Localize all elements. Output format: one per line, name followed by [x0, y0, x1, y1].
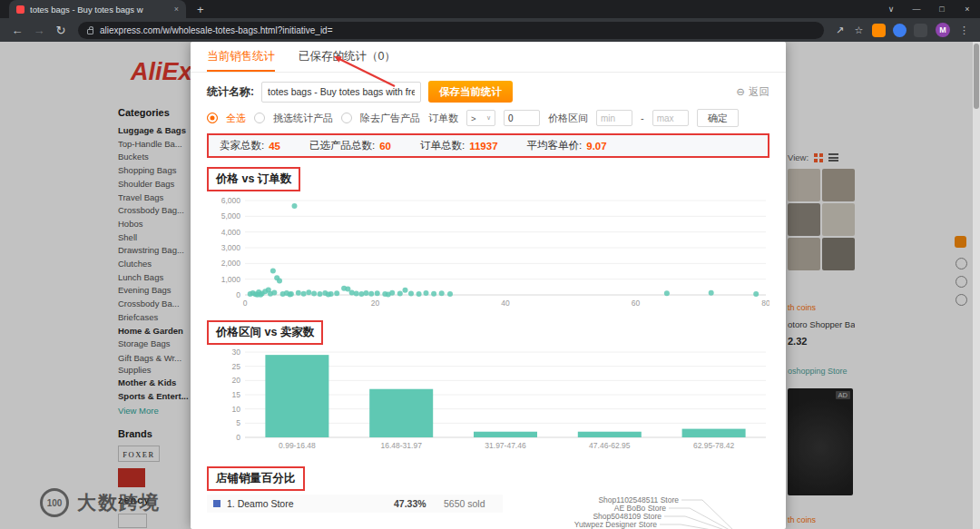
svg-text:5,000: 5,000 [221, 211, 241, 220]
scatter-point [349, 290, 355, 296]
minimize-button[interactable]: — [904, 5, 929, 14]
bar [578, 432, 642, 437]
store-list-row[interactable]: 1. Deamo Store47.33%5650 sold [207, 495, 503, 513]
statistic-name-input[interactable] [261, 82, 421, 103]
scatter-point [408, 290, 414, 296]
price-max-input[interactable] [652, 110, 689, 126]
scatter-point [288, 292, 293, 298]
scatter-point [424, 290, 429, 296]
watermark-text: 大数跨境 [77, 490, 161, 515]
statistic-name-label: 统计名称: [207, 84, 254, 100]
tab-current-statistics[interactable]: 当前销售统计 [207, 42, 275, 72]
pie-section: 1. Deamo Store47.33%5650 sold Shop110254… [191, 495, 786, 529]
save-statistics-button[interactable]: 保存当前统计 [428, 81, 513, 103]
scatter-point [277, 278, 282, 283]
scatter-point [397, 291, 403, 297]
close-button[interactable]: × [955, 5, 980, 14]
legend-color-swatch [213, 500, 220, 507]
scatter-point [403, 288, 408, 293]
scatter-chart-wrap: 6,0005,0004,0003,0002,0001,0000020406080 [191, 193, 786, 311]
filter-row: 全选 挑选统计产品 除去广告产品 订单数 > ∨ 价格区间 - 确定 [191, 110, 786, 126]
scrollbar-thumb[interactable] [974, 44, 979, 109]
pie-chart: Shop1102548511 StoreAE BoBo StoreShop504… [543, 495, 769, 529]
scatter-point [262, 289, 268, 294]
tab-saved-statistics[interactable]: 已保存的统计（0） [299, 42, 396, 72]
menu-kebab-icon[interactable]: ⋮ [956, 24, 973, 36]
scatter-point [664, 290, 670, 296]
store-name: 1. Deamo Store [227, 498, 387, 509]
scatter-point [368, 291, 374, 297]
share-icon[interactable]: ↗ [831, 24, 848, 36]
confirm-button[interactable]: 确定 [697, 109, 739, 127]
price-range-dash: - [641, 113, 644, 123]
bar-section-title: 价格区间 vs 卖家数 [207, 320, 323, 345]
browser-toolbar: ← → ↻ aliexpress.com/w/wholesale-totes-b… [0, 18, 980, 42]
scatter-point [709, 290, 714, 296]
scatter-point [354, 290, 359, 296]
extension-plugin-icon[interactable] [872, 24, 886, 37]
scatter-chart: 6,0005,0004,0003,0002,0001,0000020406080 [207, 193, 769, 311]
scatter-point [271, 290, 277, 296]
radio-remove-ads-label[interactable]: 除去广告产品 [360, 112, 420, 125]
svg-text:60: 60 [632, 299, 641, 308]
forward-icon[interactable]: → [29, 24, 49, 37]
bookmark-star-icon[interactable]: ☆ [850, 24, 867, 36]
bar [369, 389, 433, 437]
tab-favicon-icon [16, 5, 24, 14]
tab-title: totes bags - Buy totes bags w [30, 5, 169, 15]
browser-tab[interactable]: totes bags - Buy totes bags w × [9, 0, 186, 18]
summary-stat-value: 9.07 [586, 141, 606, 152]
maximize-button[interactable]: □ [929, 5, 955, 14]
address-bar[interactable]: aliexpress.com/w/wholesale-totes-bags.ht… [78, 22, 824, 39]
back-icon[interactable]: ← [7, 24, 27, 37]
svg-text:0: 0 [243, 299, 248, 308]
reload-icon[interactable]: ↻ [51, 24, 71, 37]
extension-blue-icon[interactable] [893, 24, 906, 37]
svg-text:30: 30 [232, 348, 241, 357]
bar [265, 355, 328, 437]
radio-pick-products[interactable] [254, 113, 265, 123]
tab-search-icon[interactable]: ∨ [878, 5, 904, 14]
summary-stat-value: 45 [269, 141, 280, 152]
bar-category-label: 0.99-16.48 [279, 441, 316, 450]
pie-label-connector [664, 516, 738, 529]
svg-text:0: 0 [236, 290, 240, 299]
scatter-section-title: 价格 vs 订单数 [207, 167, 300, 191]
back-link[interactable]: ⊖ 返回 [736, 85, 769, 99]
new-tab-button[interactable]: + [197, 3, 204, 16]
price-min-input[interactable] [596, 110, 632, 126]
orders-value-input[interactable] [504, 110, 540, 126]
store-sold: 5650 sold [444, 498, 496, 509]
summary-stat: 订单总数:11937 [420, 139, 498, 152]
statistic-name-row: 统计名称: 保存当前统计 ⊖ 返回 [191, 81, 786, 103]
bar [682, 429, 746, 437]
summary-stat: 已选产品总数:60 [309, 139, 391, 152]
svg-text:4,000: 4,000 [221, 228, 241, 237]
panel-tabs: 当前销售统计 已保存的统计（0） [191, 42, 786, 73]
radio-pick-products-label[interactable]: 挑选统计产品 [273, 112, 333, 125]
browser-titlebar: totes bags - Buy totes bags w × + ∨ — □ … [0, 0, 980, 18]
radio-select-all[interactable] [207, 113, 218, 123]
sales-statistics-panel: 当前销售统计 已保存的统计（0） 统计名称: 保存当前统计 ⊖ 返回 全选 挑选… [191, 42, 786, 529]
summary-stat-value: 11937 [469, 141, 497, 152]
orders-filter-label: 订单数 [428, 112, 458, 125]
scatter-point [753, 291, 759, 297]
summary-bar: 卖家总数:45已选产品总数:60订单总数:11937平均客单价:9.07 [207, 133, 769, 158]
page-scrollbar[interactable] [973, 42, 980, 529]
tab-close-icon[interactable]: × [174, 5, 179, 14]
extension-dark-icon[interactable] [914, 24, 927, 37]
summary-stat-label: 已选产品总数: [309, 139, 375, 152]
svg-text:80: 80 [761, 299, 769, 308]
radio-remove-ads[interactable] [341, 113, 352, 123]
svg-text:6,000: 6,000 [221, 196, 241, 205]
scatter-point [306, 289, 311, 295]
bar [474, 432, 537, 437]
url-text: aliexpress.com/w/wholesale-totes-bags.ht… [100, 25, 333, 35]
bar-chart: 0510152025300.99-16.4816.48-31.9731.97-4… [207, 347, 769, 457]
svg-text:1,000: 1,000 [221, 275, 241, 284]
orders-operator-select[interactable]: > ∨ [466, 110, 495, 126]
radio-select-all-label[interactable]: 全选 [226, 112, 246, 125]
profile-avatar[interactable]: M [936, 23, 950, 37]
summary-stat-label: 卖家总数: [220, 139, 264, 152]
scatter-point [311, 290, 317, 296]
